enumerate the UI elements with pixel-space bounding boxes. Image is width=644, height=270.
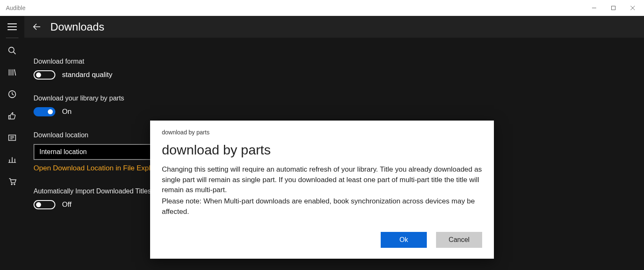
cart-icon[interactable]: [0, 170, 24, 192]
page-header: Downloads: [24, 16, 644, 38]
dialog-cancel-button[interactable]: Cancel: [436, 232, 482, 248]
thumbs-up-icon[interactable]: [0, 105, 24, 127]
stats-icon[interactable]: [0, 149, 24, 170]
minimize-button[interactable]: [584, 2, 604, 14]
dialog-small-title: download by parts: [162, 129, 482, 136]
auto-import-value: Off: [62, 201, 71, 209]
svg-line-15: [12, 94, 14, 95]
dialog-ok-button[interactable]: Ok: [381, 232, 427, 248]
dialog-body-1: Changing this setting will require an au…: [162, 165, 482, 195]
window-controls: [584, 2, 642, 14]
download-by-parts-toggle[interactable]: [34, 107, 55, 116]
sidebar: [0, 16, 24, 270]
download-format-toggle[interactable]: [34, 70, 55, 80]
library-icon[interactable]: [0, 62, 24, 83]
download-by-parts-value: On: [62, 108, 72, 116]
svg-point-7: [9, 47, 14, 53]
hamburger-menu-button[interactable]: [0, 16, 24, 38]
auto-import-toggle[interactable]: [34, 200, 55, 209]
svg-rect-1: [612, 6, 615, 10]
app-body: Downloads Download format standard quali…: [0, 16, 644, 270]
svg-line-8: [13, 52, 16, 54]
titlebar: Audible: [0, 0, 644, 16]
download-by-parts-dialog: download by parts download by parts Chan…: [150, 121, 494, 259]
app-name: Audible: [6, 5, 26, 11]
close-button[interactable]: [623, 2, 642, 14]
download-format-label: Download format: [34, 58, 635, 65]
dialog-button-row: Ok Cancel: [162, 232, 482, 248]
news-icon[interactable]: [0, 127, 24, 149]
svg-point-24: [11, 184, 13, 185]
clock-icon[interactable]: [0, 83, 24, 105]
svg-point-25: [14, 184, 15, 185]
maximize-button[interactable]: [604, 2, 623, 14]
svg-line-12: [15, 69, 16, 76]
search-icon[interactable]: [0, 40, 24, 62]
back-button[interactable]: [29, 22, 44, 32]
dialog-title: download by parts: [162, 142, 482, 158]
dialog-body-2: Please note: When Multi-part downloads a…: [162, 196, 482, 217]
sidebar-divider: [6, 38, 18, 38]
page-title: Downloads: [50, 21, 104, 33]
download-format-value: standard quality: [62, 71, 112, 79]
download-by-parts-label: Download your library by parts: [34, 95, 635, 102]
download-location-value: Internal location: [39, 148, 87, 156]
